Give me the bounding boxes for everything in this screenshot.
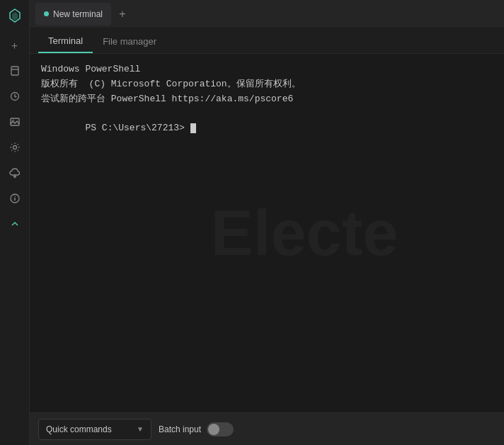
chevron-down-icon: ▼ <box>137 425 144 433</box>
history-icon[interactable] <box>4 85 26 108</box>
svg-rect-0 <box>11 67 18 75</box>
toggle-knob <box>208 424 219 435</box>
terminal-line-1: Windows PowerShell <box>41 62 493 77</box>
terminal-tab[interactable]: New terminal <box>35 3 111 26</box>
svg-point-9 <box>14 196 16 197</box>
settings-icon[interactable] <box>4 136 26 159</box>
plus-icon[interactable]: ＋ <box>4 34 26 57</box>
terminal-prompt: PS C:\Users\27213> <box>41 106 493 150</box>
tab-label: New terminal <box>53 9 103 19</box>
bottom-bar: Quick commands ▼ Batch input <box>30 412 504 445</box>
main-content: New terminal + Terminal File manager Ele… <box>30 0 504 445</box>
batch-input-container: Batch input <box>159 422 234 436</box>
terminal-line-2: 版权所有 (C) Microsoft Corporation。保留所有权利。 <box>41 77 493 92</box>
quick-commands-button[interactable]: Quick commands ▼ <box>38 419 151 440</box>
terminal-line-3: 尝试新的跨平台 PowerShell https://aka.ms/pscore… <box>41 92 493 107</box>
batch-input-label: Batch input <box>159 424 201 434</box>
watermark: Electe <box>210 197 398 270</box>
terminal-output: Windows PowerShell 版权所有 (C) Microsoft Co… <box>41 62 493 151</box>
tab-file-manager[interactable]: File manager <box>93 29 166 53</box>
info-icon[interactable] <box>4 187 26 210</box>
tab-bar: New terminal + <box>30 0 504 28</box>
batch-input-toggle[interactable] <box>207 422 234 436</box>
tab-terminal[interactable]: Terminal <box>38 29 93 53</box>
quick-commands-label: Quick commands <box>46 424 112 434</box>
add-tab-button[interactable]: + <box>114 6 131 23</box>
app-logo <box>5 6 25 26</box>
tab-active-indicator <box>44 11 49 16</box>
terminal-cursor <box>190 123 196 133</box>
sidebar: ＋ <box>0 0 30 445</box>
terminal-area[interactable]: Electe Windows PowerShell 版权所有 (C) Micro… <box>30 54 504 412</box>
svg-point-5 <box>13 146 16 150</box>
sub-tab-bar: Terminal File manager <box>30 28 504 54</box>
image-icon[interactable] <box>4 111 26 133</box>
bookmark-icon[interactable] <box>4 60 26 82</box>
chevron-up-icon[interactable] <box>4 213 26 235</box>
cloud-icon[interactable] <box>4 162 26 184</box>
